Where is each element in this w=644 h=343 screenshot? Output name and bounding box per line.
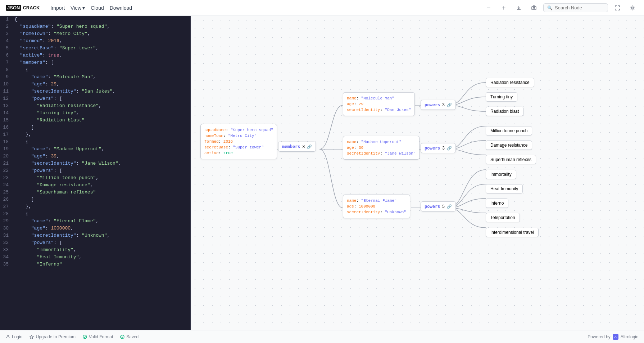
line-number: 35: [0, 261, 14, 268]
members-badge[interactable]: members 3 🔗: [278, 142, 316, 152]
nav-import[interactable]: Import: [48, 4, 67, 12]
editor-line: 24 "Damage resistance",: [0, 182, 190, 189]
download-icon[interactable]: [513, 2, 525, 14]
upgrade-icon: [30, 335, 34, 339]
zoom-out-button[interactable]: [483, 2, 494, 14]
header-right: 🔍: [483, 2, 638, 14]
line-content: "age": 39,: [14, 153, 190, 160]
editor-line: 12 "powers": [: [0, 95, 190, 102]
canvas-background: [191, 16, 644, 330]
app-logo[interactable]: JSON CRACK: [6, 5, 40, 11]
line-number: 29: [0, 218, 14, 225]
settings-button[interactable]: [627, 2, 638, 14]
editor-line: 4 "formed": 2016,: [0, 37, 190, 45]
powers2-link-icon[interactable]: 🔗: [447, 146, 452, 151]
editor-line: 11 "secretIdentity": "Dan Jukes",: [0, 88, 190, 95]
leaf-radiation-resistance[interactable]: Radiation resistance: [486, 78, 534, 87]
line-number: 32: [0, 239, 14, 246]
powered-by-text: Powered by: [588, 334, 610, 339]
search-input[interactable]: [555, 5, 604, 10]
login-link[interactable]: Login: [6, 334, 22, 339]
line-number: 5: [0, 45, 14, 52]
editor-line: 3 "homeTown": "Metro City",: [0, 30, 190, 37]
powers3-count: 5: [442, 204, 445, 209]
fullscreen-button[interactable]: [612, 2, 623, 14]
editor-line: 21 "secretIdentity": "Jane Wilson",: [0, 160, 190, 167]
leaf-inferno[interactable]: Inferno: [486, 199, 508, 208]
editor-line: 10 "age": 29,: [0, 81, 190, 88]
line-content: ]: [14, 124, 190, 131]
leaf-interdimensional-travel[interactable]: Interdimensional travel: [486, 228, 539, 237]
line-number: 28: [0, 210, 14, 218]
line-content: "Radiation resistance",: [14, 102, 190, 110]
search-icon: 🔍: [547, 5, 553, 10]
code-editor[interactable]: 1{2 "squadName": "Super hero squad",3 "h…: [0, 16, 191, 330]
line-number: 22: [0, 167, 14, 174]
leaf-radiation-blast[interactable]: Radiation blast: [486, 107, 523, 116]
line-number: 8: [0, 66, 14, 74]
graph-canvas[interactable]: squadName: "Super hero squad" homeTown: …: [191, 16, 644, 330]
line-content: "name": "Madame Uppercut",: [14, 146, 190, 153]
member1-node[interactable]: name: "Molecule Man" age: 29 secretIdent…: [343, 92, 415, 116]
line-number: 12: [0, 95, 14, 102]
line-content: "secretIdentity": "Unknown",: [14, 232, 190, 239]
line-number: 20: [0, 153, 14, 160]
line-content: "age": 1000000,: [14, 225, 190, 232]
leaf-superhuman-reflexes[interactable]: Superhuman reflexes: [486, 155, 536, 164]
svg-point-4: [533, 7, 535, 9]
line-content: "Turning tiny",: [14, 110, 190, 117]
powers1-badge[interactable]: powers 3 🔗: [421, 100, 456, 110]
nav-view[interactable]: View ▾: [68, 4, 87, 12]
editor-line: 30 "age": 1000000,: [0, 225, 190, 232]
leaf-million-tonne-punch[interactable]: Million tonne punch: [486, 126, 532, 135]
leaf-heat-immunity[interactable]: Heat Immunity: [486, 184, 523, 193]
line-content: "formed": 2016,: [14, 37, 190, 45]
leaf-turning-tiny[interactable]: Turning tiny: [486, 92, 517, 102]
line-content: {: [14, 66, 190, 74]
line-content: "name": "Molecule Man",: [14, 74, 190, 81]
saved-indicator: Saved: [120, 334, 139, 339]
root-node[interactable]: squadName: "Super hero squad" homeTown: …: [200, 124, 277, 159]
powers3-badge[interactable]: powers 5 🔗: [421, 201, 456, 211]
editor-line: 7 "members": [: [0, 59, 190, 66]
svg-point-7: [83, 335, 87, 339]
line-content: "Radiation blast": [14, 117, 190, 124]
line-number: 27: [0, 203, 14, 210]
powers2-badge[interactable]: powers 3 🔗: [421, 143, 456, 153]
line-number: 34: [0, 254, 14, 261]
members-count: 3: [303, 144, 305, 149]
leaf-damage-resistance[interactable]: Damage resistance: [486, 141, 532, 150]
line-content: ]: [14, 196, 190, 203]
main-nav: Import View ▾ Cloud Download: [48, 4, 134, 12]
powers1-link-icon[interactable]: 🔗: [447, 103, 452, 107]
checkmark-icon: [83, 335, 87, 339]
line-number: 19: [0, 146, 14, 153]
line-number: 30: [0, 225, 14, 232]
leaf-teleportation[interactable]: Teleportation: [486, 213, 520, 222]
line-content: "powers": [: [14, 95, 190, 102]
main-content: 1{2 "squadName": "Super hero squad",3 "h…: [0, 16, 644, 330]
powers3-link-icon[interactable]: 🔗: [447, 204, 452, 209]
line-number: 15: [0, 117, 14, 124]
logo-crack: CRACK: [23, 5, 40, 10]
editor-line: 9 "name": "Molecule Man",: [0, 74, 190, 81]
line-content: },: [14, 203, 190, 210]
editor-line: 23 "Million tonne punch",: [0, 174, 190, 182]
leaf-immortality[interactable]: Immortality: [486, 170, 516, 179]
editor-line: 14 "Turning tiny",: [0, 110, 190, 117]
logo-json: JSON: [6, 5, 21, 11]
search-box[interactable]: 🔍: [543, 3, 608, 12]
line-number: 23: [0, 174, 14, 182]
zoom-in-button[interactable]: [498, 2, 509, 14]
member3-node[interactable]: name: "Eternal Flame" age: 1000000 secre…: [343, 195, 410, 218]
line-content: "Superhuman reflexes": [14, 189, 190, 196]
screenshot-icon[interactable]: [528, 2, 540, 14]
nav-cloud[interactable]: Cloud: [89, 4, 106, 12]
members-link-icon[interactable]: 🔗: [307, 144, 312, 149]
line-content: "name": "Eternal Flame",: [14, 218, 190, 225]
nav-download[interactable]: Download: [108, 4, 134, 12]
app-footer: Login Upgrade to Premium Valid Format Sa…: [0, 330, 644, 343]
line-content: "Immortality",: [14, 246, 190, 254]
upgrade-link[interactable]: Upgrade to Premium: [30, 334, 76, 339]
member2-node[interactable]: name: "Madame Uppercut" age: 39 secretId…: [343, 136, 419, 160]
